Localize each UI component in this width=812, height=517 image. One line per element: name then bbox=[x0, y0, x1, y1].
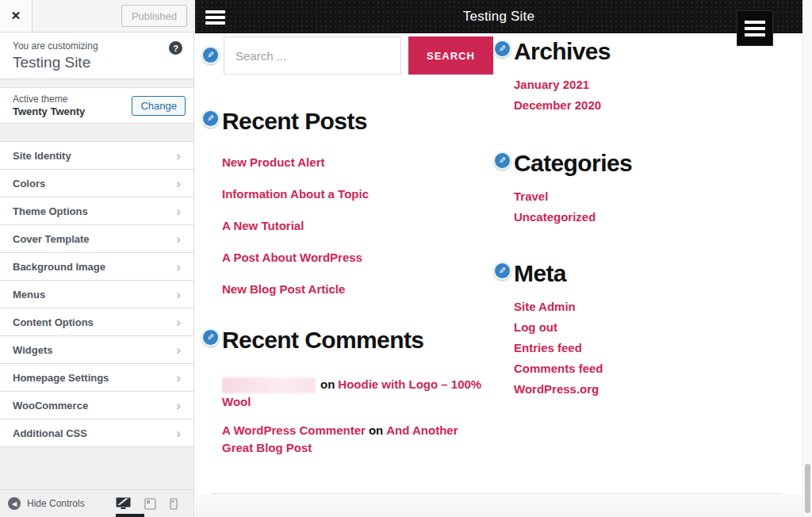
hamburger-icon bbox=[745, 21, 765, 24]
preview-scrollbar-track[interactable] bbox=[802, 0, 812, 517]
archives-title: Archives bbox=[514, 38, 801, 65]
sidebar-item-label: Widgets bbox=[13, 344, 52, 356]
pencil-icon: ✎ bbox=[207, 113, 214, 124]
chevron-right-icon: › bbox=[176, 260, 181, 274]
active-theme-section: Active theme Twenty Twenty Change bbox=[0, 87, 193, 124]
post-link[interactable]: A New Tutorial bbox=[222, 219, 304, 232]
sidebar-item-colors[interactable]: Colors › bbox=[0, 170, 193, 197]
screen: ✕ Published You are customizing Testing … bbox=[0, 0, 812, 517]
tablet-icon bbox=[144, 498, 156, 510]
device-preview-switcher bbox=[116, 497, 186, 510]
sidebar-item-site-identity[interactable]: Site Identity › bbox=[0, 142, 193, 170]
pencil-icon: ✎ bbox=[499, 155, 506, 166]
site-preview: Testing Site ✎ SEARCH ✎ Recent Posts bbox=[195, 0, 812, 517]
post-link[interactable]: Information About a Topic bbox=[222, 187, 369, 201]
list-item: New Blog Post Article bbox=[222, 282, 488, 297]
categories-widget: ✎ Categories Travel Uncategorized bbox=[493, 150, 801, 224]
active-theme-text: Active theme Twenty Twenty bbox=[13, 94, 85, 117]
list-item: WordPress.org bbox=[514, 382, 801, 396]
post-link[interactable]: New Blog Post Article bbox=[222, 282, 345, 296]
preview-scrollbar-thumb[interactable] bbox=[805, 464, 810, 513]
meta-link[interactable]: Log out bbox=[514, 320, 557, 334]
chevron-right-icon: › bbox=[176, 316, 181, 329]
close-customizer-button[interactable]: ✕ bbox=[0, 0, 33, 32]
sidebar-item-label: Additional CSS bbox=[13, 427, 87, 439]
tablet-preview-button[interactable] bbox=[144, 498, 156, 510]
active-theme-label: Active theme bbox=[13, 94, 85, 105]
edit-recent-posts-button[interactable]: ✎ bbox=[201, 109, 220, 128]
sidebar-item-label: Colors bbox=[13, 178, 45, 190]
customizing-label: You are customizing bbox=[13, 40, 181, 52]
sidebar-item-label: Cover Template bbox=[13, 233, 90, 245]
comment-author-link[interactable]: A WordPress Commenter bbox=[222, 423, 366, 437]
comment-connector: on bbox=[369, 423, 383, 437]
change-theme-button[interactable]: Change bbox=[132, 96, 186, 116]
menu-hamburger-icon[interactable] bbox=[205, 10, 225, 25]
sidebar-item-label: Theme Options bbox=[13, 205, 88, 217]
meta-link[interactable]: Comments feed bbox=[514, 362, 603, 375]
meta-link[interactable]: Entries feed bbox=[514, 341, 582, 354]
mobile-preview-button[interactable] bbox=[170, 498, 178, 510]
edit-search-widget-button[interactable]: ✎ bbox=[201, 46, 220, 64]
sidebar-item-additional-css[interactable]: Additional CSS › bbox=[0, 419, 193, 447]
meta-link[interactable]: WordPress.org bbox=[514, 382, 599, 396]
desktop-icon bbox=[116, 497, 131, 510]
sidebar-item-cover-template[interactable]: Cover Template › bbox=[0, 225, 193, 253]
published-button[interactable]: Published bbox=[121, 5, 187, 27]
list-item: Log out bbox=[514, 320, 801, 335]
category-link[interactable]: Uncategorized bbox=[514, 210, 596, 224]
recent-comments-title: Recent Comments bbox=[222, 327, 488, 354]
customizer-site-title: Testing Site bbox=[13, 54, 181, 71]
list-item: A New Tutorial bbox=[222, 219, 488, 233]
recent-comments-list: onHoodie with Logo – 100% Wool A WordPre… bbox=[222, 376, 488, 457]
comment-item: A WordPress CommenteronAnd Another Great… bbox=[222, 422, 488, 457]
edit-categories-button[interactable]: ✎ bbox=[493, 151, 511, 170]
chevron-right-icon: › bbox=[176, 288, 181, 301]
theme-name: Twenty Twenty bbox=[13, 105, 85, 117]
sidebar-item-homepage-settings[interactable]: Homepage Settings › bbox=[0, 364, 193, 392]
desktop-preview-button[interactable] bbox=[116, 497, 131, 510]
customizer-topbar: ✕ Published bbox=[0, 0, 193, 33]
category-link[interactable]: Travel bbox=[514, 190, 548, 203]
list-item: New Product Alert bbox=[222, 155, 488, 170]
collapse-sidebar-button[interactable]: ◀ bbox=[8, 497, 21, 510]
preview-left-column: ✎ SEARCH ✎ Recent Posts New Product Aler… bbox=[201, 36, 488, 468]
pencil-icon: ✎ bbox=[499, 266, 506, 276]
list-item: December 2020 bbox=[514, 98, 801, 113]
pencil-icon: ✎ bbox=[207, 50, 214, 60]
sidebar-item-menus[interactable]: Menus › bbox=[0, 281, 193, 308]
active-device-indicator bbox=[116, 514, 144, 517]
sidebar-item-background-image[interactable]: Background Image › bbox=[0, 253, 193, 281]
sidebar-item-label: Content Options bbox=[13, 316, 94, 328]
meta-link[interactable]: Site Admin bbox=[514, 300, 576, 313]
sidebar-item-widgets[interactable]: Widgets › bbox=[0, 336, 193, 364]
archive-link[interactable]: December 2020 bbox=[514, 98, 601, 112]
help-button[interactable]: ? bbox=[169, 41, 182, 55]
chevron-right-icon: › bbox=[176, 149, 181, 163]
search-input[interactable] bbox=[224, 36, 401, 75]
pencil-icon: ✎ bbox=[499, 44, 506, 54]
list-item: A Post About WordPress bbox=[222, 251, 488, 265]
sidebar-item-label: WooCommerce bbox=[13, 400, 88, 412]
sidebar-item-label: Site Identity bbox=[13, 150, 71, 162]
post-link[interactable]: A Post About WordPress bbox=[222, 251, 362, 264]
customizer-footer: ◀ Hide Controls bbox=[0, 489, 193, 517]
edit-recent-comments-button[interactable]: ✎ bbox=[201, 328, 220, 347]
sidebar-item-content-options[interactable]: Content Options › bbox=[0, 308, 193, 336]
hide-controls-label[interactable]: Hide Controls bbox=[27, 498, 85, 509]
search-button[interactable]: SEARCH bbox=[408, 36, 493, 75]
sidebar-item-woocommerce[interactable]: WooCommerce › bbox=[0, 392, 193, 419]
pencil-icon: ✎ bbox=[207, 332, 214, 343]
site-header-title[interactable]: Testing Site bbox=[463, 9, 534, 25]
recent-posts-widget: ✎ Recent Posts New Product Alert Informa… bbox=[201, 108, 488, 297]
search-widget: ✎ SEARCH bbox=[201, 36, 488, 75]
close-icon: ✕ bbox=[11, 9, 21, 23]
chevron-right-icon: › bbox=[176, 232, 181, 246]
comment-connector: on bbox=[320, 377, 335, 391]
post-link[interactable]: New Product Alert bbox=[222, 155, 324, 169]
edit-archives-button[interactable]: ✎ bbox=[493, 40, 511, 58]
sidebar-item-theme-options[interactable]: Theme Options › bbox=[0, 197, 193, 225]
edit-meta-button[interactable]: ✎ bbox=[493, 262, 511, 280]
meta-widget: ✎ Meta Site Admin Log out Entries feed C… bbox=[493, 260, 801, 396]
archive-link[interactable]: January 2021 bbox=[514, 78, 589, 91]
